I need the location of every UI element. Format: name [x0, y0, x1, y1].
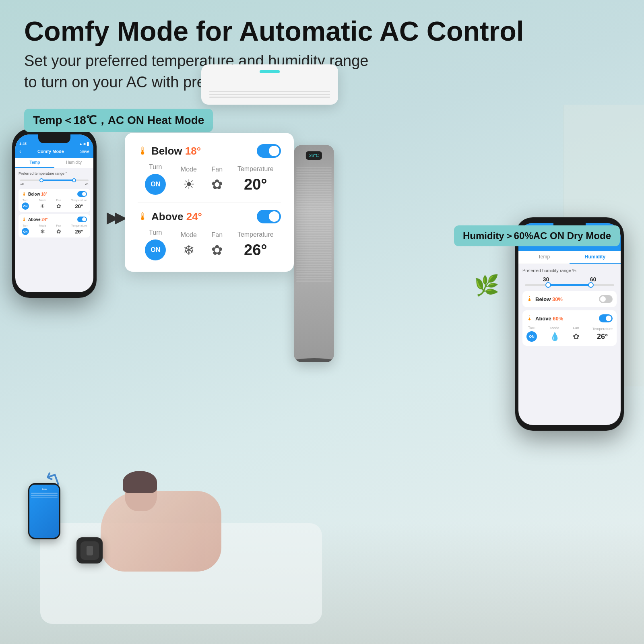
- left-rule2-mode-icon: ❄: [40, 228, 45, 235]
- big-card-rule2-temp: 26°: [244, 242, 267, 258]
- right-rule1-title: Below 30%: [535, 296, 563, 302]
- big-card-col-turn1: Turn: [145, 163, 166, 171]
- main-title: Comfy Mode for Automatic AC Control: [24, 16, 620, 46]
- big-card-fan-label2: Fan: [211, 231, 223, 239]
- right-tab-humidity[interactable]: Humidity: [570, 251, 621, 264]
- big-card-rule1-on-btn[interactable]: ON: [145, 174, 166, 195]
- left-tab-humidity[interactable]: Humidity: [54, 158, 93, 168]
- humidity-badge: Humidity＞60%AC ON Dry Mode: [454, 225, 620, 246]
- tower-fan: 26℃: [294, 145, 334, 362]
- big-card-rule1-toggle[interactable]: [257, 144, 281, 158]
- left-rule2-on[interactable]: ON: [22, 228, 29, 235]
- left-rule1-mode-icon: ☀: [40, 203, 45, 209]
- big-card-rule1-mode-icon: ☀: [183, 177, 195, 192]
- right-rule2-temp: 26°: [597, 332, 608, 341]
- left-phone-back[interactable]: ‹: [19, 148, 21, 155]
- big-card-rule2-toggle[interactable]: [257, 210, 281, 223]
- right-pref-label: Preferred humidity range %: [522, 268, 617, 273]
- big-card-rule1-icon: 🌡: [138, 145, 148, 157]
- right-phone: 1:52 ▲ ◉ ▊ ‹ Comfy Mode Save Temp Humidi…: [515, 217, 624, 431]
- left-rule1-on[interactable]: ON: [22, 202, 29, 210]
- left-slider-val1: 18: [20, 182, 24, 186]
- right-slider-val2: 60: [590, 276, 597, 283]
- big-card-mode-label1: Mode: [181, 166, 197, 173]
- right-rule2-on-btn[interactable]: ON: [526, 331, 537, 342]
- tower-display: 26℃: [306, 151, 322, 160]
- right-tab-temp[interactable]: Temp: [518, 251, 570, 264]
- left-rule2-title: Above 24°: [28, 217, 47, 222]
- left-slider-val2: 24: [85, 182, 89, 186]
- left-rule2-temp: 26°: [75, 229, 83, 235]
- arrow-right: ▶▶: [107, 209, 123, 226]
- big-card-rule2-mode-icon: ❄: [183, 242, 194, 258]
- left-rule1-fan-icon: ✿: [56, 203, 61, 209]
- left-tab-temp[interactable]: Temp: [15, 158, 54, 168]
- sensor-device: [76, 537, 103, 564]
- left-phone-header-title: Comfy Mode: [37, 149, 64, 154]
- left-phone: 1:45 ▲ ◉ ▊ ‹ Comfy Mode Save Temp Humidi…: [12, 129, 97, 298]
- left-phone-time: 1:45: [19, 142, 27, 146]
- ac-unit: [201, 64, 338, 105]
- big-card-mode-label2: Mode: [181, 231, 197, 239]
- big-card-col-turn2: Turn: [145, 229, 166, 236]
- small-phone: App: [28, 483, 60, 539]
- big-card-rule1-fan-icon: ✿: [211, 177, 223, 192]
- left-rule2-fan-icon: ✿: [56, 228, 61, 235]
- left-rule1-title: Below 18°: [28, 192, 47, 196]
- big-card-rule1-temp: 20°: [244, 176, 267, 193]
- left-phone-save[interactable]: Save: [80, 149, 89, 154]
- right-rule2-icon: 🌡: [526, 315, 533, 322]
- temp-badge: Temp＜18℃，AC ON Heat Mode: [24, 109, 213, 132]
- left-rule1-temp: 20°: [75, 203, 83, 209]
- plant-decoration: 🌿: [474, 274, 499, 297]
- big-card-fan-label1: Fan: [211, 166, 223, 173]
- big-card-rule1-title: Below 18°: [151, 145, 201, 157]
- right-rule2-fan-icon: ✿: [573, 332, 580, 341]
- right-rule1-icon: 🌡: [526, 295, 533, 303]
- right-rule2-title: Above 60%: [535, 316, 563, 322]
- big-card-rule2-on-btn[interactable]: ON: [145, 239, 166, 260]
- person-silhouette: [101, 491, 221, 572]
- left-pref-label: Preferred temperature range °: [19, 171, 90, 175]
- right-slider-val1: 30: [543, 276, 549, 283]
- big-card-rule2-icon: 🌡: [138, 211, 148, 223]
- big-card-rule2-title: Above 24°: [151, 211, 202, 223]
- big-card-rule2-fan-icon: ✿: [211, 242, 223, 258]
- big-card: 🌡 Below 18° Turn ON Mode ☀ Fan ✿ Tempera…: [125, 133, 294, 272]
- right-rule2-mode-icon: 💧: [550, 332, 560, 341]
- left-phone-status-icons: ▲ ◉ ▊: [79, 142, 89, 146]
- big-card-temp-label2: Temperature: [237, 231, 274, 238]
- big-card-temp-label1: Temperature: [237, 165, 274, 173]
